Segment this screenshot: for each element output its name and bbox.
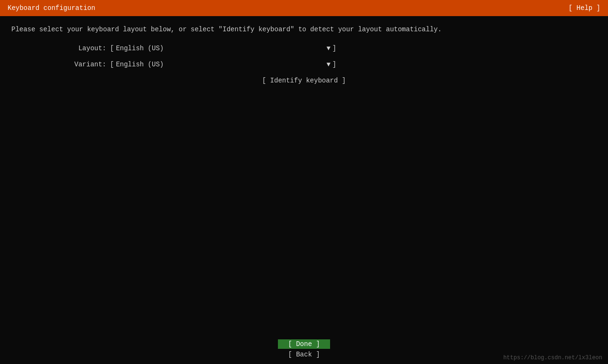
- main-content: Please select your keyboard layout below…: [0, 16, 608, 364]
- help-button[interactable]: [ Help ]: [569, 4, 600, 12]
- variant-bracket-open: [: [110, 61, 114, 68]
- back-button[interactable]: [ Back ]: [278, 350, 330, 359]
- layout-value: English (US): [116, 45, 324, 52]
- variant-value: English (US): [116, 61, 324, 68]
- watermark: https://blog.csdn.net/lx3leon: [503, 355, 602, 361]
- layout-select[interactable]: [ English (US) ▼ ]: [110, 45, 336, 52]
- identify-keyboard-button[interactable]: [ Identify keyboard ]: [262, 77, 346, 84]
- layout-bracket-close: ]: [332, 45, 336, 52]
- identify-keyboard-row: [ Identify keyboard ]: [11, 77, 597, 84]
- variant-select[interactable]: [ English (US) ▼ ]: [110, 61, 336, 68]
- variant-row: Variant: [ English (US) ▼ ]: [11, 61, 597, 68]
- app: Keyboard configuration [ Help ] Please s…: [0, 0, 608, 364]
- title-text: Keyboard configuration: [8, 4, 95, 12]
- description-text: Please select your keyboard layout below…: [11, 26, 597, 33]
- layout-label: Layout:: [68, 45, 106, 52]
- layout-row: Layout: [ English (US) ▼ ]: [11, 45, 597, 52]
- done-button[interactable]: [ Done ]: [278, 339, 330, 349]
- variant-arrow: ▼: [326, 61, 330, 68]
- title-bar: Keyboard configuration [ Help ]: [0, 0, 608, 16]
- variant-label: Variant:: [68, 61, 106, 68]
- variant-bracket-close: ]: [332, 61, 336, 68]
- layout-arrow: ▼: [326, 45, 330, 52]
- layout-bracket-open: [: [110, 45, 114, 52]
